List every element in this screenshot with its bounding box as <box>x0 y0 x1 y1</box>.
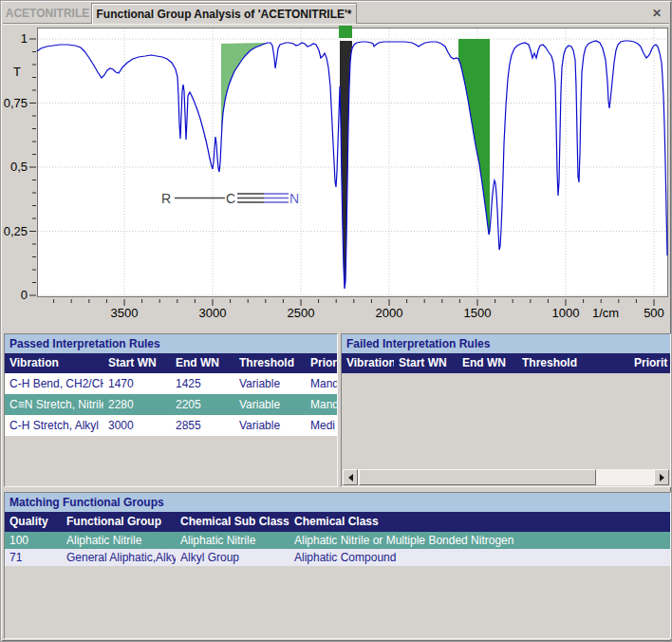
passed-rules-cell-2-0: C-H Stretch, Alkyl <box>5 415 103 436</box>
matching-groups-header-row: QualityFunctional GroupChemical Sub Clas… <box>5 512 670 532</box>
plot-background <box>38 28 668 297</box>
y-tick-label: 0,5 <box>10 160 28 174</box>
passed-rules-cell-1-3: Variable <box>234 394 306 415</box>
passed-rules-cell-2-2: 2855 <box>171 415 234 436</box>
failed-rules-column-header-3[interactable]: Threshold <box>517 353 629 373</box>
x-axis-unit-label: 1/cm <box>592 306 619 320</box>
passed-rules-cell-0-0: C-H Bend, CH2/CH3 <box>5 373 103 394</box>
matching-groups-panel: Matching Functional Groups QualityFuncti… <box>4 492 671 639</box>
passed-rules-column-header-0[interactable]: Vibration <box>5 353 103 373</box>
x-tick-label: 2500 <box>288 306 315 320</box>
x-tick-label: 500 <box>644 306 664 320</box>
matching-groups-cell-0-3: Aliphatic Nitrile or Multiple Bonded Nit… <box>289 532 670 549</box>
molecule-atom-c: C <box>226 191 235 206</box>
close-icon[interactable]: ✕ <box>649 7 664 21</box>
matching-groups-column-header-2[interactable]: Chemical Sub Class <box>176 512 289 532</box>
tab-acetonitrile[interactable]: ACETONITRILE <box>6 3 89 23</box>
matching-groups-column-header-0[interactable]: Quality <box>5 512 62 532</box>
matching-groups-cell-0-0: 100 <box>5 532 62 549</box>
passed-rules-cell-1-1: 2280 <box>103 394 171 415</box>
passed-rules-column-header-2[interactable]: End WN <box>171 353 234 373</box>
passed-rules-cell-0-1: 1470 <box>103 373 171 394</box>
failed-rules-column-header-0[interactable]: Vibration <box>342 353 394 373</box>
failed-rules-header-row: VibrationStart WNEnd WNThresholdPriorit <box>342 353 670 373</box>
passed-rules-cell-2-1: 3000 <box>103 415 171 436</box>
tab-bar: ACETONITRILE Functional Group Analysis o… <box>4 3 668 24</box>
failed-rules-column-header-1[interactable]: Start WN <box>394 353 457 373</box>
app-window: ACETONITRILE Functional Group Analysis o… <box>0 0 672 642</box>
matching-groups-cell-1-2: Alkyl Group <box>176 549 289 566</box>
passed-rules-column-header-3[interactable]: Threshold <box>234 353 306 373</box>
passed-rules-column-header-1[interactable]: Start WN <box>103 353 171 373</box>
failed-rules-column-header-2[interactable]: End WN <box>457 353 517 373</box>
passed-rules-cell-0-2: 1425 <box>171 373 234 394</box>
passed-rules-cell-1-2: 2205 <box>171 394 234 415</box>
passed-rules-cell-1-4: Mand <box>306 394 337 415</box>
tab-functional-group-analysis[interactable]: Functional Group Analysis of 'ACETONITRI… <box>91 3 357 24</box>
matching-groups-row-1[interactable]: 71General Aliphatic,AlkylAlkyl GroupAlip… <box>5 549 670 566</box>
passed-rules-row-0[interactable]: C-H Bend, CH2/CH314701425VariableMand <box>5 373 337 394</box>
matching-groups-column-header-3[interactable]: Chemical Class <box>289 512 670 532</box>
passed-rules-column-header-4[interactable]: Prior <box>306 353 337 373</box>
x-tick-label: 1000 <box>552 306 580 320</box>
arrow-right-icon <box>660 474 668 482</box>
passed-rules-header-row: VibrationStart WNEnd WNThresholdPrior <box>5 353 337 373</box>
matching-groups-cell-1-1: General Aliphatic,Alkyl <box>62 549 176 566</box>
molecule-atom-r: R <box>161 191 171 206</box>
matching-groups-title: Matching Functional Groups <box>5 493 670 512</box>
selected-band-marker <box>339 26 352 38</box>
y-tick-label: 0 <box>21 288 28 302</box>
matching-groups-column-header-1[interactable]: Functional Group <box>62 512 176 532</box>
failed-rules-title: Failed Interpretation Rules <box>342 334 670 353</box>
passed-rules-row-1[interactable]: C≡N Stretch, Nitrile22802205VariableMand <box>5 394 337 415</box>
spectrum-plot[interactable]: 3500300025002000150010005001/cm10,750,50… <box>1 23 672 331</box>
scroll-thumb[interactable] <box>359 469 596 485</box>
failed-rules-hscrollbar[interactable] <box>343 469 669 485</box>
passed-rules-cell-2-3: Variable <box>234 415 306 436</box>
scroll-right-button[interactable] <box>654 469 669 485</box>
scroll-left-button[interactable] <box>343 469 358 485</box>
x-tick-label: 3500 <box>111 306 139 320</box>
x-tick-label: 3000 <box>199 306 227 320</box>
matching-groups-body: 100Aliphatic NitrileAliphatic NitrileAli… <box>5 532 670 566</box>
passed-rules-panel: Passed Interpretation Rules VibrationSta… <box>4 333 338 487</box>
failed-rules-panel: Failed Interpretation Rules VibrationSta… <box>341 333 671 487</box>
matching-groups-cell-0-1: Aliphatic Nitrile <box>62 532 176 549</box>
y-axis-title: T <box>13 65 21 79</box>
molecule-atom-n: N <box>289 191 299 206</box>
x-tick-label: 1500 <box>464 306 492 320</box>
x-tick-label: 2000 <box>376 306 403 320</box>
arrow-left-icon <box>345 474 353 482</box>
y-tick-label: 1 <box>21 31 28 46</box>
passed-rules-cell-0-4: Mand <box>306 373 337 394</box>
failed-rules-column-header-4[interactable]: Priorit <box>629 353 670 373</box>
matching-groups-cell-0-2: Aliphatic Nitrile <box>176 532 289 549</box>
passed-rules-title: Passed Interpretation Rules <box>5 334 337 353</box>
matching-groups-row-0[interactable]: 100Aliphatic NitrileAliphatic NitrileAli… <box>5 532 670 549</box>
passed-rules-row-2[interactable]: C-H Stretch, Alkyl30002855VariableMedi <box>5 415 337 436</box>
y-tick-label: 0,25 <box>4 224 28 238</box>
passed-rules-cell-0-3: Variable <box>234 373 306 394</box>
matching-groups-cell-1-0: 71 <box>5 549 62 566</box>
passed-rules-body: C-H Bend, CH2/CH314701425VariableMandC≡N… <box>5 373 337 436</box>
passed-rules-cell-1-0: C≡N Stretch, Nitrile <box>5 394 103 415</box>
y-tick-label: 0,75 <box>4 96 28 110</box>
matching-groups-cell-1-3: Aliphatic Compound <box>289 549 670 566</box>
passed-rules-cell-2-4: Medi <box>306 415 337 436</box>
